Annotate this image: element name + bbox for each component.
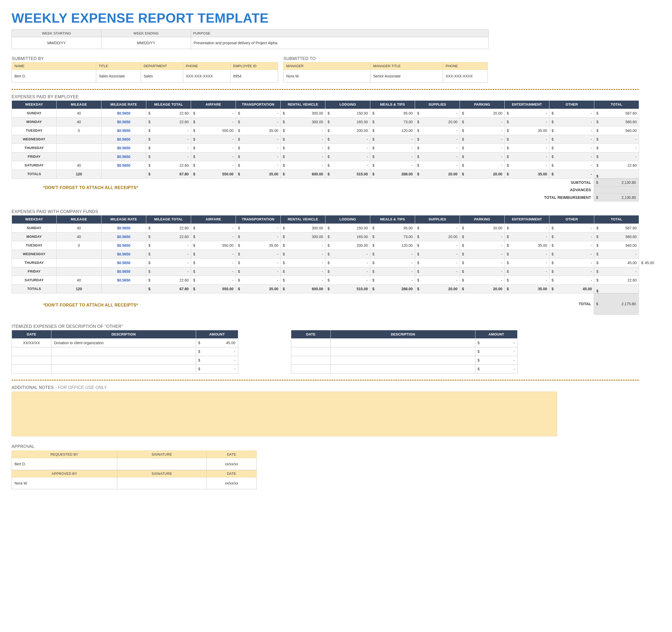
item-desc[interactable] [51,364,196,373]
expense-cell[interactable]: $- [549,118,594,126]
expense-cell[interactable]: $200.00 [326,241,370,250]
expense-cell[interactable]: $- [281,276,326,284]
item-amount[interactable]: $- [475,356,518,364]
item-desc[interactable] [51,347,196,356]
expense-cell[interactable]: $20.00 [460,170,505,178]
expense-cell[interactable]: $550.00 [191,126,236,135]
expense-cell[interactable]: $20.00 [460,284,505,293]
mileage-cell[interactable]: 40 [57,161,101,170]
expense-cell[interactable]: $20.00 [415,284,460,293]
expense-cell[interactable]: $- [505,161,549,170]
expense-cell[interactable]: $200.00 [326,126,370,135]
expense-cell[interactable]: $ [594,284,639,293]
expense-cell[interactable]: $- [549,276,594,284]
expense-cell[interactable]: $35.00 [236,170,281,178]
expense-cell[interactable]: $- [370,267,415,276]
expense-cell[interactable]: $- [370,144,415,152]
expense-cell[interactable]: $600.00 [281,170,326,178]
expense-cell[interactable]: $120.00 [370,241,415,250]
expense-cell[interactable]: $300.00 [281,118,326,126]
expense-cell[interactable]: $- [326,135,370,144]
expense-cell[interactable]: $- [326,267,370,276]
expense-cell[interactable]: $73.00 [370,232,415,241]
expense-cell[interactable]: $- [415,109,460,118]
expense-cell[interactable]: $- [191,161,236,170]
expense-cell[interactable]: $- [505,267,549,276]
expense-cell[interactable]: $- [549,170,594,178]
expense-cell[interactable]: $300.00 [281,109,326,118]
mileage-cell[interactable] [57,258,101,267]
expense-cell[interactable]: $120.00 [370,126,415,135]
expense-cell[interactable]: $- [146,267,191,276]
expense-cell[interactable]: $- [236,267,281,276]
mileage-cell[interactable]: 40 [57,109,101,118]
expense-cell[interactable]: $- [146,144,191,152]
expense-cell[interactable]: $- [236,144,281,152]
expense-cell[interactable]: $- [549,232,594,241]
expense-cell[interactable]: $35.00 [505,241,549,250]
submitted-to-title[interactable]: Senior Associate [370,70,443,83]
expense-cell[interactable]: $- [505,144,549,152]
submitted-to-manager[interactable]: Nora W. [284,70,370,83]
expense-cell[interactable]: $35.00 [505,170,549,178]
expense-cell[interactable]: $- [594,250,639,258]
item-date[interactable] [12,364,51,373]
expense-cell[interactable]: $- [191,276,236,284]
expense-cell[interactable]: $- [281,250,326,258]
item-date[interactable] [291,338,331,347]
expense-cell[interactable]: $- [415,126,460,135]
advances-value[interactable] [594,186,639,194]
expense-cell[interactable]: $- [460,267,505,276]
expense-cell[interactable]: $22.60 [146,161,191,170]
expense-cell[interactable]: $165.00 [326,232,370,241]
expense-cell[interactable]: $- [236,161,281,170]
approved-signature[interactable] [117,477,207,489]
expense-cell[interactable]: $- [505,109,549,118]
expense-cell[interactable]: $- [549,126,594,135]
expense-cell[interactable]: $- [415,258,460,267]
expense-cell[interactable]: $- [370,250,415,258]
item-date[interactable] [291,347,331,356]
expense-cell[interactable]: $- [370,258,415,267]
expense-cell[interactable]: $- [460,232,505,241]
requested-by-value[interactable]: Bert D. [12,458,117,470]
item-amount[interactable]: $- [475,338,518,347]
expense-cell[interactable]: $- [326,258,370,267]
item-amount[interactable]: $- [475,364,518,373]
expense-cell[interactable]: $- [326,250,370,258]
expense-cell[interactable]: $- [236,135,281,144]
submitted-to-phone[interactable]: XXX-XXX-XXXX [443,70,488,83]
expense-cell[interactable]: $- [505,258,549,267]
expense-cell[interactable]: $- [415,152,460,161]
expense-cell[interactable]: $35.00 [236,284,281,293]
mileage-cell[interactable] [57,144,101,152]
submitted-by-phone[interactable]: XXX-XXX-XXXX [183,70,231,83]
expense-cell[interactable]: $- [594,135,639,144]
expense-cell[interactable]: $22.60 [146,232,191,241]
submitted-by-role[interactable]: Sales Associate [96,70,141,83]
expense-cell[interactable]: $- [415,135,460,144]
expense-cell[interactable]: $- [415,276,460,284]
item-desc[interactable]: Donation to client organization [51,338,196,347]
expense-cell[interactable]: $67.80 [146,170,191,178]
item-date[interactable] [12,356,51,364]
expense-cell[interactable]: $- [236,232,281,241]
mileage-cell[interactable] [57,152,101,161]
expense-cell[interactable]: $- [146,258,191,267]
expense-cell[interactable]: $- [415,144,460,152]
expense-cell[interactable]: $22.60 [146,224,191,232]
approved-by-value[interactable]: Nora W. [12,477,117,489]
expense-cell[interactable]: $- [191,109,236,118]
expense-cell[interactable]: $- [415,267,460,276]
expense-cell[interactable]: $587.60 [594,109,639,118]
expense-cell[interactable]: $- [236,152,281,161]
expense-cell[interactable]: $73.00 [370,118,415,126]
expense-cell[interactable]: $- [549,161,594,170]
expense-cell[interactable]: $35.00 [236,126,281,135]
expense-cell[interactable]: $- [460,250,505,258]
mileage-cell[interactable]: 40 [57,224,101,232]
expense-cell[interactable]: $- [505,135,549,144]
expense-cell[interactable]: $- [281,241,326,250]
item-date[interactable] [291,364,331,373]
expense-cell[interactable]: $- [505,152,549,161]
